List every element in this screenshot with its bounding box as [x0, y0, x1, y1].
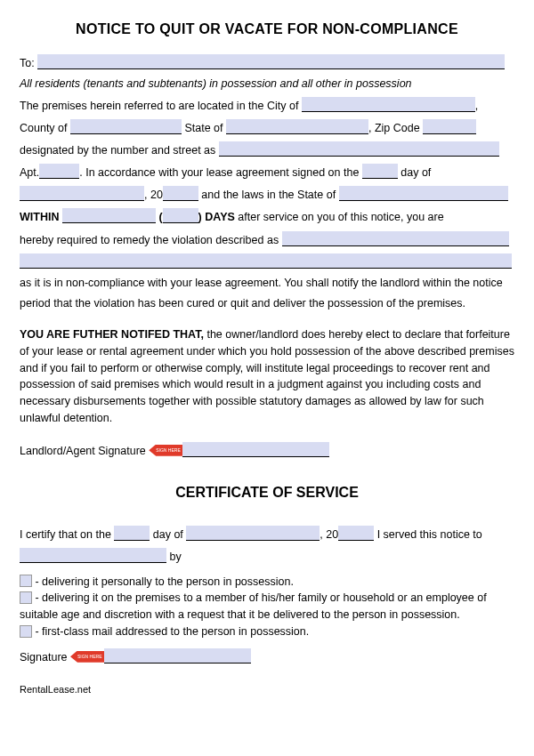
- county-field[interactable]: [70, 119, 182, 134]
- zip-field[interactable]: [423, 119, 476, 134]
- footer-text: RentalLease.net: [20, 680, 514, 698]
- served-to-field[interactable]: [20, 548, 166, 563]
- sig2-field[interactable]: [104, 648, 251, 664]
- apt-field[interactable]: [39, 164, 79, 179]
- within-field[interactable]: [62, 208, 156, 223]
- text: designated by the number and street as: [20, 144, 219, 157]
- violation-field-2[interactable]: [20, 253, 512, 269]
- year-field[interactable]: [163, 186, 198, 201]
- cert-month-field[interactable]: [186, 526, 320, 541]
- to-label: To:: [20, 57, 35, 69]
- checkbox-personal[interactable]: [20, 575, 32, 587]
- opt2-text: - delivering it on the premises to a mem…: [20, 591, 487, 621]
- state2-field[interactable]: [339, 186, 508, 201]
- opt1-text: - delivering it personally to the person…: [32, 575, 294, 588]
- day-field[interactable]: [362, 164, 398, 179]
- violation-field[interactable]: [282, 231, 509, 246]
- within-num-field[interactable]: [163, 208, 198, 223]
- cert-title: CERTIFICATE OF SERVICE: [20, 479, 514, 506]
- text: , 20: [320, 528, 338, 541]
- within-label: WITHIN: [20, 211, 59, 223]
- text: , 20: [144, 189, 163, 201]
- text: by: [166, 551, 182, 563]
- sign-here-icon: SIGN HERE: [70, 651, 106, 663]
- further-bold: YOU ARE FUTHER NOTIFED THAT,: [20, 328, 204, 341]
- text: Apt.: [20, 166, 39, 179]
- cert-year-field[interactable]: [338, 526, 374, 541]
- to-field[interactable]: [37, 54, 505, 69]
- text: County of: [20, 122, 70, 134]
- text: day of: [398, 166, 432, 179]
- text: day of: [150, 528, 186, 541]
- landlord-sig-label: Landlord/Agent Signature: [20, 445, 149, 457]
- text: after service on you of this notice, you…: [235, 211, 444, 223]
- text: The premises herein referred to are loca…: [20, 100, 302, 112]
- month-field[interactable]: [20, 186, 144, 201]
- checkbox-mail[interactable]: [20, 625, 32, 638]
- checkbox-premises[interactable]: [20, 591, 32, 604]
- text: I certify that on the: [20, 528, 114, 541]
- residents-note: All residents (tenants and subtenants) i…: [20, 74, 514, 94]
- page-title: NOTICE TO QUIT OR VACATE FOR NON-COMPLIA…: [20, 16, 514, 43]
- landlord-sig-field[interactable]: [182, 442, 329, 457]
- state-field[interactable]: [226, 119, 368, 134]
- text: hereby required to remedy the violation …: [20, 234, 282, 246]
- text: , Zip Code: [368, 122, 423, 134]
- city-field[interactable]: [302, 97, 475, 112]
- further-text: the owner/landlord does hereby elect to …: [20, 328, 514, 424]
- noncompliance-text: as it is in non-compliance with your lea…: [20, 273, 514, 314]
- street-field[interactable]: [219, 141, 499, 157]
- opt3-text: - first-class mail addressed to the pers…: [32, 625, 309, 638]
- text: State of: [182, 122, 226, 134]
- text: . In accordance with your lease agreemen…: [79, 166, 362, 179]
- cert-day-field[interactable]: [114, 526, 150, 541]
- text: and the laws in the State of: [198, 189, 339, 201]
- text: I served this notice to: [374, 528, 482, 541]
- text: ,: [475, 100, 478, 112]
- sign-here-icon: SIGN HERE: [149, 445, 184, 456]
- days-label: DAYS: [205, 211, 235, 223]
- sig2-label: Signature: [20, 651, 70, 664]
